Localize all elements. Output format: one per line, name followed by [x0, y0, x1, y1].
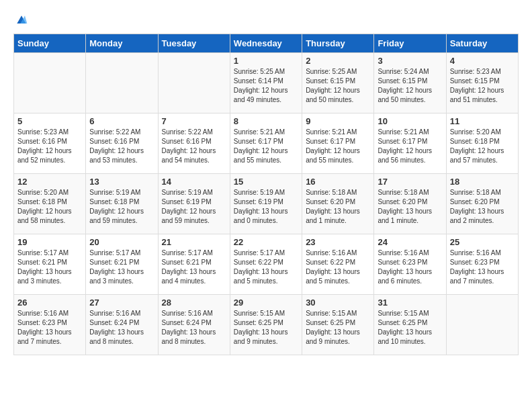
day-number: 9	[306, 116, 370, 126]
week-row-4: 19Sunrise: 5:17 AM Sunset: 6:21 PM Dayli…	[14, 234, 519, 295]
day-cell: 14Sunrise: 5:19 AM Sunset: 6:19 PM Dayli…	[158, 174, 230, 234]
header-row: SundayMondayTuesdayWednesdayThursdayFrid…	[14, 34, 519, 53]
header-cell-saturday: Saturday	[446, 34, 518, 53]
day-number: 28	[162, 298, 226, 308]
day-info: Sunrise: 5:17 AM Sunset: 6:21 PM Dayligh…	[89, 248, 154, 286]
day-number: 7	[162, 116, 226, 126]
day-number: 10	[378, 116, 442, 126]
day-cell: 3Sunrise: 5:24 AM Sunset: 6:15 PM Daylig…	[374, 53, 446, 113]
day-cell: 20Sunrise: 5:17 AM Sunset: 6:21 PM Dayli…	[86, 234, 158, 295]
day-info: Sunrise: 5:16 AM Sunset: 6:23 PM Dayligh…	[17, 309, 82, 347]
day-info: Sunrise: 5:19 AM Sunset: 6:19 PM Dayligh…	[234, 188, 298, 226]
header-cell-tuesday: Tuesday	[158, 34, 230, 53]
day-info: Sunrise: 5:19 AM Sunset: 6:19 PM Dayligh…	[162, 188, 226, 226]
day-cell: 5Sunrise: 5:23 AM Sunset: 6:16 PM Daylig…	[14, 113, 86, 174]
day-cell: 1Sunrise: 5:25 AM Sunset: 6:14 PM Daylig…	[230, 53, 302, 113]
header-cell-sunday: Sunday	[14, 34, 86, 53]
day-info: Sunrise: 5:18 AM Sunset: 6:20 PM Dayligh…	[306, 188, 370, 226]
day-number: 22	[234, 237, 298, 247]
header-cell-monday: Monday	[86, 34, 158, 53]
day-number: 1	[234, 56, 298, 66]
day-cell: 28Sunrise: 5:16 AM Sunset: 6:24 PM Dayli…	[158, 295, 230, 355]
day-info: Sunrise: 5:19 AM Sunset: 6:18 PM Dayligh…	[89, 188, 154, 226]
day-cell: 25Sunrise: 5:16 AM Sunset: 6:23 PM Dayli…	[446, 234, 518, 295]
day-cell	[14, 53, 86, 113]
day-number: 15	[234, 177, 298, 187]
day-cell	[158, 53, 230, 113]
day-info: Sunrise: 5:17 AM Sunset: 6:21 PM Dayligh…	[17, 248, 82, 286]
day-info: Sunrise: 5:18 AM Sunset: 6:20 PM Dayligh…	[450, 188, 515, 226]
day-info: Sunrise: 5:22 AM Sunset: 6:16 PM Dayligh…	[162, 128, 226, 165]
day-number: 13	[89, 177, 154, 187]
day-number: 19	[17, 237, 82, 247]
day-cell: 27Sunrise: 5:16 AM Sunset: 6:24 PM Dayli…	[86, 295, 158, 355]
day-cell: 6Sunrise: 5:22 AM Sunset: 6:16 PM Daylig…	[86, 113, 158, 174]
day-info: Sunrise: 5:15 AM Sunset: 6:25 PM Dayligh…	[378, 309, 442, 347]
day-info: Sunrise: 5:16 AM Sunset: 6:22 PM Dayligh…	[306, 248, 370, 286]
day-number: 8	[234, 116, 298, 126]
logo	[13, 13, 31, 27]
calendar-table: SundayMondayTuesdayWednesdayThursdayFrid…	[13, 34, 519, 355]
logo-icon	[15, 13, 28, 27]
day-info: Sunrise: 5:21 AM Sunset: 6:17 PM Dayligh…	[306, 128, 370, 165]
day-number: 21	[162, 237, 226, 247]
day-info: Sunrise: 5:21 AM Sunset: 6:17 PM Dayligh…	[234, 128, 298, 165]
day-number: 25	[450, 237, 515, 247]
day-cell: 21Sunrise: 5:17 AM Sunset: 6:21 PM Dayli…	[158, 234, 230, 295]
day-cell: 15Sunrise: 5:19 AM Sunset: 6:19 PM Dayli…	[230, 174, 302, 234]
week-row-1: 1Sunrise: 5:25 AM Sunset: 6:14 PM Daylig…	[14, 53, 519, 113]
header-cell-thursday: Thursday	[302, 34, 374, 53]
day-number: 12	[17, 177, 82, 187]
day-info: Sunrise: 5:18 AM Sunset: 6:20 PM Dayligh…	[378, 188, 442, 226]
day-number: 14	[162, 177, 226, 187]
day-info: Sunrise: 5:21 AM Sunset: 6:17 PM Dayligh…	[378, 128, 442, 165]
day-cell: 26Sunrise: 5:16 AM Sunset: 6:23 PM Dayli…	[14, 295, 86, 355]
day-info: Sunrise: 5:23 AM Sunset: 6:15 PM Dayligh…	[450, 67, 515, 105]
day-number: 6	[89, 116, 154, 126]
day-cell: 30Sunrise: 5:15 AM Sunset: 6:25 PM Dayli…	[302, 295, 374, 355]
header-cell-wednesday: Wednesday	[230, 34, 302, 53]
day-number: 20	[89, 237, 154, 247]
day-cell: 17Sunrise: 5:18 AM Sunset: 6:20 PM Dayli…	[374, 174, 446, 234]
calendar-body: 1Sunrise: 5:25 AM Sunset: 6:14 PM Daylig…	[14, 53, 519, 355]
day-cell	[86, 53, 158, 113]
day-info: Sunrise: 5:15 AM Sunset: 6:25 PM Dayligh…	[306, 309, 370, 347]
day-cell: 22Sunrise: 5:17 AM Sunset: 6:22 PM Dayli…	[230, 234, 302, 295]
day-cell: 13Sunrise: 5:19 AM Sunset: 6:18 PM Dayli…	[86, 174, 158, 234]
day-cell: 31Sunrise: 5:15 AM Sunset: 6:25 PM Dayli…	[374, 295, 446, 355]
day-number: 2	[306, 56, 370, 66]
day-info: Sunrise: 5:16 AM Sunset: 6:24 PM Dayligh…	[162, 309, 226, 347]
day-cell: 10Sunrise: 5:21 AM Sunset: 6:17 PM Dayli…	[374, 113, 446, 174]
day-cell: 12Sunrise: 5:20 AM Sunset: 6:18 PM Dayli…	[14, 174, 86, 234]
day-number: 18	[450, 177, 515, 187]
day-number: 30	[306, 298, 370, 308]
day-number: 5	[17, 116, 82, 126]
day-info: Sunrise: 5:25 AM Sunset: 6:15 PM Dayligh…	[306, 67, 370, 105]
day-cell: 29Sunrise: 5:15 AM Sunset: 6:25 PM Dayli…	[230, 295, 302, 355]
header-cell-friday: Friday	[374, 34, 446, 53]
day-info: Sunrise: 5:16 AM Sunset: 6:24 PM Dayligh…	[89, 309, 154, 347]
day-info: Sunrise: 5:22 AM Sunset: 6:16 PM Dayligh…	[89, 128, 154, 165]
day-number: 24	[378, 237, 442, 247]
day-number: 27	[89, 298, 154, 308]
day-cell: 8Sunrise: 5:21 AM Sunset: 6:17 PM Daylig…	[230, 113, 302, 174]
week-row-2: 5Sunrise: 5:23 AM Sunset: 6:16 PM Daylig…	[14, 113, 519, 174]
calendar-header: SundayMondayTuesdayWednesdayThursdayFrid…	[14, 34, 519, 53]
day-number: 29	[234, 298, 298, 308]
day-info: Sunrise: 5:16 AM Sunset: 6:23 PM Dayligh…	[450, 248, 515, 286]
week-row-5: 26Sunrise: 5:16 AM Sunset: 6:23 PM Dayli…	[14, 295, 519, 355]
day-number: 11	[450, 116, 515, 126]
day-cell: 7Sunrise: 5:22 AM Sunset: 6:16 PM Daylig…	[158, 113, 230, 174]
day-number: 17	[378, 177, 442, 187]
week-row-3: 12Sunrise: 5:20 AM Sunset: 6:18 PM Dayli…	[14, 174, 519, 234]
day-info: Sunrise: 5:17 AM Sunset: 6:21 PM Dayligh…	[162, 248, 226, 286]
day-cell: 16Sunrise: 5:18 AM Sunset: 6:20 PM Dayli…	[302, 174, 374, 234]
day-info: Sunrise: 5:17 AM Sunset: 6:22 PM Dayligh…	[234, 248, 298, 286]
day-cell: 2Sunrise: 5:25 AM Sunset: 6:15 PM Daylig…	[302, 53, 374, 113]
day-info: Sunrise: 5:24 AM Sunset: 6:15 PM Dayligh…	[378, 67, 442, 105]
day-number: 3	[378, 56, 442, 66]
day-cell: 19Sunrise: 5:17 AM Sunset: 6:21 PM Dayli…	[14, 234, 86, 295]
day-cell	[446, 295, 518, 355]
day-number: 23	[306, 237, 370, 247]
day-cell: 9Sunrise: 5:21 AM Sunset: 6:17 PM Daylig…	[302, 113, 374, 174]
